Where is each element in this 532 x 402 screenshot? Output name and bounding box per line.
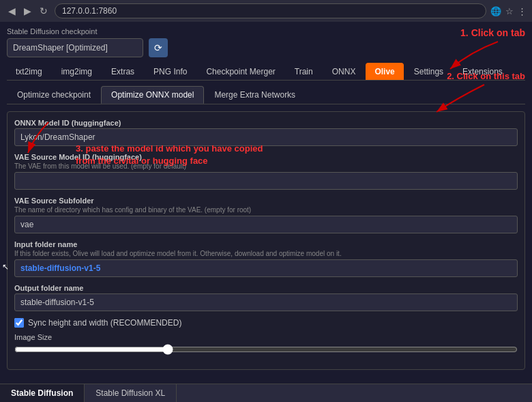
vae-subfolder-sublabel: The name of directory which has config a… xyxy=(14,206,518,214)
input-folder-label: Input folder name xyxy=(14,240,518,248)
tab-txt2img[interactable]: txt2img xyxy=(7,63,51,80)
vae-subfolder-group: VAE Source Subfolder The name of directo… xyxy=(14,197,518,233)
bottom-tab-stable-diffusion-xl[interactable]: Stable Diffusion XL xyxy=(85,384,177,402)
back-button[interactable]: ◀ xyxy=(5,4,18,18)
tab-img2img[interactable]: img2img xyxy=(53,63,101,80)
onnx-model-id-label: ONNX Model ID (huggingface) xyxy=(14,119,518,127)
browser-toolbar: ◀ ▶ ↻ 🌐 ☆ ⋮ xyxy=(0,0,532,22)
vae-source-model-group: VAE Source Model ID (huggingface) The VA… xyxy=(14,153,518,190)
image-size-slider[interactable] xyxy=(14,344,518,355)
input-folder-input[interactable] xyxy=(14,259,518,277)
checkpoint-dropdown[interactable]: DreamShaper [Optimized] xyxy=(7,38,143,57)
image-size-slider-group: Image Size xyxy=(14,333,518,357)
nav-tabs: txt2img img2img Extras PNG Info Checkpoi… xyxy=(7,63,525,81)
vae-source-model-label: VAE Source Model ID (huggingface) xyxy=(14,153,518,161)
tab-extras[interactable]: Extras xyxy=(102,63,143,80)
browser-nav-buttons: ◀ ▶ ↻ xyxy=(5,4,50,18)
bottom-tabs: Stable Diffusion Stable Diffusion XL xyxy=(0,384,532,402)
vae-source-model-input[interactable] xyxy=(14,172,518,190)
sync-checkbox-row: Sync height and width (RECOMMENDED) xyxy=(14,318,518,328)
output-folder-input[interactable] xyxy=(14,293,518,311)
checkpoint-label: Stable Diffusion checkpoint xyxy=(7,27,525,35)
tab-onnx[interactable]: ONNX xyxy=(323,63,365,80)
sync-checkbox[interactable] xyxy=(14,318,24,328)
sub-tabs: Optimize checkpoint Optimize ONNX model … xyxy=(7,86,525,104)
refresh-button[interactable]: ↻ xyxy=(37,4,50,18)
cursor-icon: ↖ xyxy=(2,262,9,272)
output-folder-group: Output folder name xyxy=(14,284,518,311)
browser-actions: 🌐 ☆ ⋮ xyxy=(490,6,527,16)
checkpoint-row: DreamShaper [Optimized] ⟳ xyxy=(7,38,525,57)
tab-checkpoint-merger[interactable]: Checkpoint Merger xyxy=(197,63,284,80)
input-folder-group: Input folder name If this folder exists,… xyxy=(14,240,518,277)
bottom-tab-stable-diffusion[interactable]: Stable Diffusion xyxy=(0,384,85,402)
browser-chrome: ◀ ▶ ↻ 🌐 ☆ ⋮ xyxy=(0,0,532,22)
vae-subfolder-input[interactable] xyxy=(14,216,518,233)
tab-train[interactable]: Train xyxy=(286,63,322,80)
input-folder-row: ↖ xyxy=(14,259,518,277)
output-folder-label: Output folder name xyxy=(14,284,518,292)
onnx-model-id-group: ONNX Model ID (huggingface) xyxy=(14,119,518,146)
onnx-model-id-input[interactable] xyxy=(14,128,518,146)
vae-subfolder-label: VAE Source Subfolder xyxy=(14,197,518,205)
input-folder-sublabel: If this folder exists, Olive will load a… xyxy=(14,250,518,257)
browser-action-3[interactable]: ⋮ xyxy=(518,6,527,16)
image-size-label: Image Size xyxy=(14,333,518,341)
browser-action-2[interactable]: ☆ xyxy=(505,6,514,16)
sub-tab-merge-extra[interactable]: Merge Extra Networks xyxy=(204,86,306,104)
checkpoint-section: Stable Diffusion checkpoint DreamShaper … xyxy=(7,27,525,57)
sub-tab-optimize-checkpoint[interactable]: Optimize checkpoint xyxy=(7,86,101,104)
sync-checkbox-label: Sync height and width (RECOMMENDED) xyxy=(28,318,181,328)
tab-settings[interactable]: Settings xyxy=(405,63,452,80)
browser-action-1[interactable]: 🌐 xyxy=(490,6,501,16)
address-bar[interactable] xyxy=(55,3,486,18)
checkpoint-refresh-button[interactable]: ⟳ xyxy=(149,38,168,57)
tab-pnginfo[interactable]: PNG Info xyxy=(145,63,196,80)
sub-tab-optimize-onnx[interactable]: Optimize ONNX model xyxy=(101,86,204,104)
content-area: 3. paste the model id which you have cop… xyxy=(7,111,525,370)
vae-source-model-sublabel: The VAE from this model will be used. (e… xyxy=(14,162,518,170)
forward-button[interactable]: ▶ xyxy=(21,4,34,18)
tab-extensions[interactable]: Extensions xyxy=(454,63,512,80)
app-container: 1. Click on tab Stable Diffusion checkpo… xyxy=(0,22,532,402)
tab-olive[interactable]: Olive xyxy=(366,63,403,80)
